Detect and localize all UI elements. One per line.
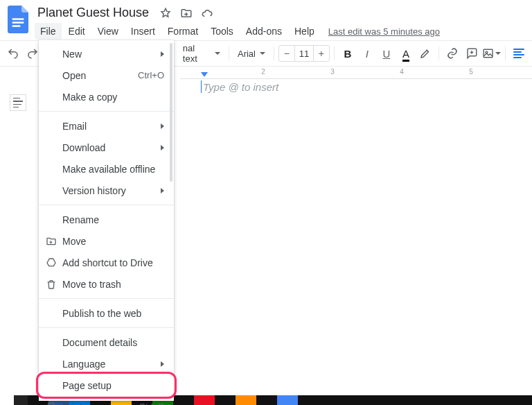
toolbar-separator: [229, 46, 229, 60]
taskbar-app[interactable]: [194, 395, 215, 405]
file-menu-download[interactable]: Download: [39, 137, 174, 158]
toolbar-separator: [438, 46, 439, 60]
underline-button[interactable]: U: [378, 44, 396, 62]
menu-help[interactable]: Help: [289, 23, 320, 40]
chevron-right-icon: [161, 51, 164, 57]
paragraph-style-select[interactable]: nal text: [179, 44, 224, 62]
menu-bar: File Edit View Insert Format Tools Add-o…: [35, 23, 440, 40]
taskbar-search[interactable]: [14, 395, 28, 405]
svg-rect-2: [12, 25, 21, 27]
toolbar-separator: [505, 46, 506, 60]
menu-file[interactable]: File: [35, 23, 62, 40]
document-outline-icon[interactable]: [10, 94, 26, 111]
undo-button[interactable]: [4, 44, 22, 62]
menu-divider: [39, 327, 174, 328]
font-size-stepper[interactable]: − 11 +: [278, 45, 330, 62]
file-menu-page-setup[interactable]: Page setup: [39, 374, 174, 396]
start-button[interactable]: [0, 395, 14, 405]
insert-placeholder: Type @ to insert: [203, 81, 278, 93]
last-edit-link[interactable]: Last edit was 5 minutes ago: [328, 26, 440, 37]
chevron-right-icon: [161, 361, 164, 367]
trash-icon: [45, 278, 57, 291]
file-menu-trash[interactable]: Move to trash: [39, 273, 174, 295]
text-cursor: [201, 80, 202, 93]
svg-rect-1: [12, 21, 24, 24]
menu-addons[interactable]: Add-ons: [240, 23, 287, 40]
chevron-right-icon: [161, 123, 164, 129]
chevron-right-icon: [161, 145, 164, 150]
file-menu-language[interactable]: Language: [39, 353, 174, 374]
file-menu-dropdown: New OpenCtrl+O Make a copy Email Downloa…: [39, 40, 174, 401]
menu-format[interactable]: Format: [162, 23, 204, 40]
menu-tools[interactable]: Tools: [205, 23, 239, 40]
svg-rect-3: [484, 49, 493, 57]
indent-marker-icon[interactable]: [201, 72, 208, 77]
ruler-tick: 4: [400, 68, 404, 76]
horizontal-ruler[interactable]: 2 3 4 5: [180, 67, 532, 79]
taskbar-app[interactable]: [277, 395, 298, 405]
italic-button[interactable]: I: [358, 44, 376, 62]
file-menu-details[interactable]: Document details: [39, 331, 174, 353]
highlight-color-button[interactable]: [416, 44, 434, 62]
move-folder-icon[interactable]: [179, 6, 193, 20]
menu-insert[interactable]: Insert: [125, 23, 161, 40]
menu-edit[interactable]: Edit: [63, 23, 91, 40]
file-menu-email[interactable]: Email: [39, 115, 174, 137]
file-menu-print[interactable]: PrintCtrl+P: [39, 396, 174, 405]
move-icon: [45, 235, 57, 248]
insert-link-button[interactable]: [443, 44, 461, 62]
ruler-tick: 3: [330, 68, 335, 76]
ruler-tick: 2: [261, 68, 265, 76]
text-color-button[interactable]: A: [397, 44, 415, 62]
docs-app-icon[interactable]: [4, 6, 32, 33]
svg-rect-0: [12, 18, 24, 20]
file-menu-add-shortcut[interactable]: Add shortcut to Drive: [39, 252, 174, 273]
insert-image-button[interactable]: [482, 44, 501, 62]
file-menu-offline[interactable]: Make available offline: [39, 158, 174, 180]
file-menu-make-copy[interactable]: Make a copy: [39, 86, 174, 107]
font-size-decrease[interactable]: −: [279, 48, 294, 59]
file-menu-version-history[interactable]: Version history: [39, 180, 174, 201]
font-family-value: Arial: [238, 49, 256, 59]
file-menu-new[interactable]: New: [39, 43, 174, 64]
font-size-increase[interactable]: +: [314, 48, 329, 59]
add-comment-button[interactable]: [463, 44, 481, 62]
file-menu-publish[interactable]: Publish to the web: [39, 302, 174, 324]
cloud-status-icon[interactable]: [200, 6, 214, 20]
menu-view[interactable]: View: [92, 23, 124, 40]
taskbar-app[interactable]: [236, 395, 256, 405]
chevron-down-icon: [260, 52, 265, 55]
document-body[interactable]: Type @ to insert: [201, 80, 278, 93]
ruler-tick: 5: [469, 68, 473, 76]
drive-shortcut-icon: [45, 257, 57, 269]
chevron-right-icon: [161, 188, 164, 193]
file-menu-move[interactable]: Move: [39, 230, 174, 252]
star-icon[interactable]: [159, 6, 172, 20]
document-title[interactable]: Planet Guest House: [35, 4, 152, 21]
align-button[interactable]: [510, 44, 528, 62]
menu-divider: [39, 111, 174, 112]
menu-divider: [39, 298, 174, 299]
font-size-value[interactable]: 11: [294, 46, 314, 61]
menu-divider: [39, 205, 174, 205]
bold-button[interactable]: B: [339, 44, 357, 62]
toolbar-separator: [334, 46, 335, 60]
toolbar-separator: [274, 46, 274, 60]
file-menu-rename[interactable]: Rename: [39, 209, 174, 230]
chevron-down-icon: [495, 52, 501, 55]
paragraph-style-value: nal text: [183, 43, 211, 64]
chevron-down-icon: [215, 52, 220, 55]
file-menu-open[interactable]: OpenCtrl+O: [39, 64, 174, 86]
print-icon: [45, 401, 57, 406]
font-family-select[interactable]: Arial: [233, 44, 269, 62]
